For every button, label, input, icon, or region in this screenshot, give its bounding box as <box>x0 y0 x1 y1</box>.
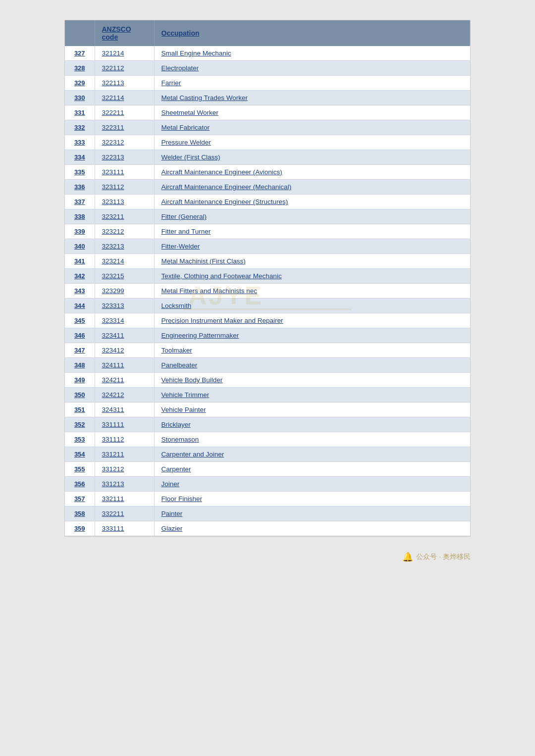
row-index: 359 <box>65 521 95 536</box>
row-anzsco: 324311 <box>95 403 154 417</box>
row-occupation: Precision Instrument Maker and Repairer <box>154 313 470 328</box>
row-anzsco: 323412 <box>95 343 154 358</box>
row-occupation: Carpenter and Joiner <box>154 447 470 462</box>
table-row: 343323299Metal Fitters and Machinists ne… <box>65 284 470 299</box>
row-index: 352 <box>65 417 95 432</box>
row-occupation: Electroplater <box>154 61 470 76</box>
row-index: 358 <box>65 506 95 521</box>
row-anzsco: 321214 <box>95 46 154 61</box>
row-index: 338 <box>65 209 95 224</box>
table-row: 348324111Panelbeater <box>65 358 470 373</box>
table-row: 339323212Fitter and Turner <box>65 224 470 239</box>
table-row: 351324311Vehicle Painter <box>65 403 470 417</box>
watermark-icon: 🔔 <box>402 552 413 562</box>
row-index: 335 <box>65 165 95 180</box>
table-row: 337323113Aircraft Maintenance Engineer (… <box>65 195 470 209</box>
row-index: 348 <box>65 358 95 373</box>
row-anzsco: 322113 <box>95 76 154 91</box>
table-row: 341323214Metal Machinist (First Class) <box>65 254 470 269</box>
table-row: 338323211Fitter (General) <box>65 209 470 224</box>
row-index: 345 <box>65 313 95 328</box>
row-occupation: Textile, Clothing and Footwear Mechanic <box>154 269 470 284</box>
row-anzsco: 322311 <box>95 120 154 135</box>
table-row: 356331213Joiner <box>65 477 470 492</box>
table-header-row: ANZSCO code Occupation <box>65 20 470 46</box>
row-occupation: Pressure Welder <box>154 135 470 150</box>
col-index-header <box>65 20 95 46</box>
row-occupation: Stonemason <box>154 432 470 447</box>
row-anzsco: 322114 <box>95 91 154 105</box>
table-row: 353331112Stonemason <box>65 432 470 447</box>
row-occupation: Vehicle Trimmer <box>154 388 470 403</box>
row-anzsco: 332111 <box>95 492 154 506</box>
footer-watermark: 🔔 公众号 · 奥烨移民 <box>64 552 471 562</box>
row-occupation: Panelbeater <box>154 358 470 373</box>
row-anzsco: 323212 <box>95 224 154 239</box>
row-index: 331 <box>65 105 95 120</box>
row-anzsco: 323112 <box>95 180 154 195</box>
row-anzsco: 324211 <box>95 373 154 388</box>
watermark-text: 公众号 · 奥烨移民 <box>416 553 471 561</box>
row-occupation: Farrier <box>154 76 470 91</box>
row-anzsco: 323215 <box>95 269 154 284</box>
col-anzsco-header[interactable]: ANZSCO code <box>95 20 154 46</box>
row-occupation: Metal Fabricator <box>154 120 470 135</box>
table-row: 359333111Glazier <box>65 521 470 536</box>
table-row: 329322113Farrier <box>65 76 470 91</box>
row-anzsco: 331112 <box>95 432 154 447</box>
row-index: 332 <box>65 120 95 135</box>
table-row: 349324211Vehicle Body Builder <box>65 373 470 388</box>
row-anzsco: 322211 <box>95 105 154 120</box>
table-row: 340323213Fitter-Welder <box>65 239 470 254</box>
row-index: 328 <box>65 61 95 76</box>
row-index: 327 <box>65 46 95 61</box>
row-index: 339 <box>65 224 95 239</box>
row-index: 343 <box>65 284 95 299</box>
row-occupation: Sheetmetal Worker <box>154 105 470 120</box>
row-index: 344 <box>65 299 95 313</box>
row-occupation: Painter <box>154 506 470 521</box>
row-anzsco: 322112 <box>95 61 154 76</box>
row-index: 336 <box>65 180 95 195</box>
row-anzsco: 333111 <box>95 521 154 536</box>
row-anzsco: 322313 <box>95 150 154 165</box>
row-index: 333 <box>65 135 95 150</box>
row-index: 337 <box>65 195 95 209</box>
row-occupation: Aircraft Maintenance Engineer (Mechanica… <box>154 180 470 195</box>
row-anzsco: 323299 <box>95 284 154 299</box>
table-row: 350324212Vehicle Trimmer <box>65 388 470 403</box>
row-occupation: Fitter-Welder <box>154 239 470 254</box>
table-row: 327321214Small Engine Mechanic <box>65 46 470 61</box>
row-occupation: Metal Machinist (First Class) <box>154 254 470 269</box>
row-index: 341 <box>65 254 95 269</box>
row-occupation: Metal Fitters and Machinists nec <box>154 284 470 299</box>
row-anzsco: 323411 <box>95 328 154 343</box>
row-occupation: Joiner <box>154 477 470 492</box>
row-index: 351 <box>65 403 95 417</box>
row-anzsco: 323111 <box>95 165 154 180</box>
row-anzsco: 323314 <box>95 313 154 328</box>
table-row: 331322211Sheetmetal Worker <box>65 105 470 120</box>
row-occupation: Vehicle Painter <box>154 403 470 417</box>
table-row: 334322313Welder (First Class) <box>65 150 470 165</box>
col-occupation-header[interactable]: Occupation <box>154 20 470 46</box>
row-anzsco: 323113 <box>95 195 154 209</box>
row-anzsco: 323213 <box>95 239 154 254</box>
row-occupation: Aircraft Maintenance Engineer (Avionics) <box>154 165 470 180</box>
row-occupation: Small Engine Mechanic <box>154 46 470 61</box>
row-occupation: Fitter and Turner <box>154 224 470 239</box>
table-row: 346323411Engineering Patternmaker <box>65 328 470 343</box>
row-occupation: Glazier <box>154 521 470 536</box>
row-anzsco: 331213 <box>95 477 154 492</box>
row-occupation: Toolmaker <box>154 343 470 358</box>
row-occupation: Welder (First Class) <box>154 150 470 165</box>
table-row: 355331212Carpenter <box>65 462 470 477</box>
row-anzsco: 331211 <box>95 447 154 462</box>
table-row: 332322311Metal Fabricator <box>65 120 470 135</box>
row-index: 357 <box>65 492 95 506</box>
row-occupation: Floor Finisher <box>154 492 470 506</box>
row-anzsco: 324111 <box>95 358 154 373</box>
occupation-table: ANZSCO code Occupation 327321214Small En… <box>64 20 471 537</box>
row-anzsco: 323211 <box>95 209 154 224</box>
row-occupation: Locksmith <box>154 299 470 313</box>
